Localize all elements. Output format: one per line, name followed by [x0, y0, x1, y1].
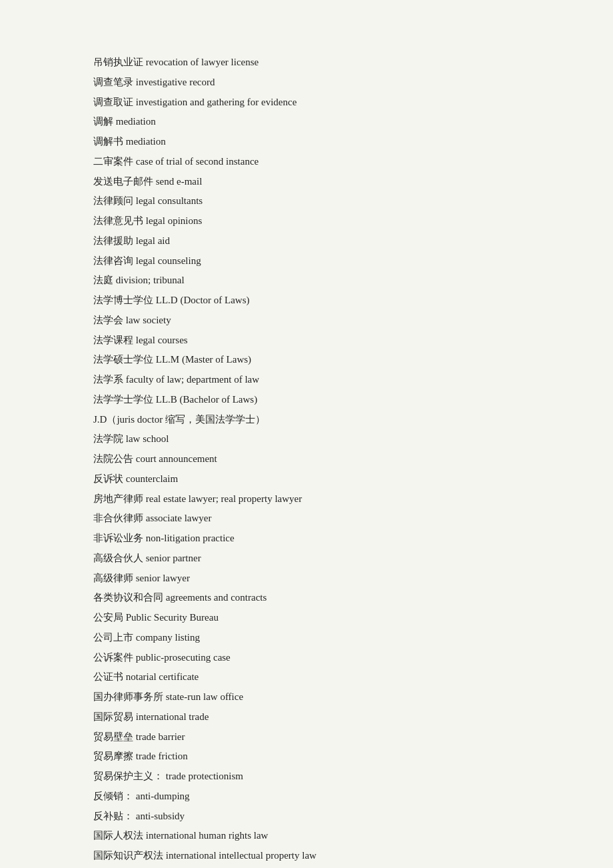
list-item: 法律意见书 legal opinions [93, 212, 520, 231]
chinese-term: 发送电子邮件 [93, 176, 153, 187]
chinese-term: 法庭 [93, 275, 113, 285]
english-term: associate lawyer [146, 513, 212, 523]
chinese-term: 非合伙律师 [93, 513, 143, 523]
chinese-term: 贸易摩擦 [93, 751, 133, 761]
list-item: 发送电子邮件 send e-mail [93, 173, 520, 191]
chinese-term: 法学会 [93, 315, 123, 325]
list-item: 贸易壁垒 trade barrier [93, 728, 520, 747]
english-term: state-run law office [166, 691, 243, 702]
list-item: 法学学士学位 LL.B (Bachelor of Laws) [93, 391, 520, 409]
english-term: mediation [116, 116, 156, 127]
list-item: 非诉讼业务 non-litigation practice [93, 529, 520, 548]
chinese-term: 公安局 [93, 612, 123, 623]
list-item: 调查取证 investigation and gathering for evi… [93, 93, 520, 112]
chinese-term: 法学课程 [93, 335, 133, 345]
chinese-term: 法律顾问 [93, 195, 133, 206]
english-term: legal aid [136, 235, 170, 246]
english-term: international trade [136, 711, 209, 722]
chinese-term: 法律意见书 [93, 215, 143, 226]
english-term: senior partner [146, 553, 201, 563]
english-term: investigative record [136, 77, 215, 87]
english-term: trade protectionism [166, 771, 243, 781]
english-term: trade friction [136, 751, 188, 761]
list-item: 国际人权法 international human rights law [93, 827, 520, 845]
chinese-term: 法学学士学位 [93, 394, 153, 405]
list-item: 法院公告 court announcement [93, 450, 520, 469]
chinese-term: 法律咨询 [93, 255, 133, 266]
list-item: 国际知识产权法 international intellectual prope… [93, 847, 520, 865]
chinese-term: 反倾销： [93, 791, 133, 801]
chinese-term: 高级合伙人 [93, 553, 143, 563]
english-term: agreements and contracts [166, 592, 267, 603]
english-term: Public Security Bureau [126, 612, 219, 623]
list-item: 调解书 mediation [93, 133, 520, 151]
list-item: J.D（juris doctor 缩写，美国法学学士） [93, 411, 520, 429]
list-item: 各类协议和合同 agreements and contracts [93, 589, 520, 607]
english-term: legal consultants [136, 195, 203, 206]
list-item: 公安局 Public Security Bureau [93, 609, 520, 627]
chinese-term: 调查取证 [93, 97, 133, 107]
chinese-term: 贸易壁垒 [93, 731, 133, 742]
chinese-term: 吊销执业证 [93, 57, 143, 67]
english-term: court announcement [136, 453, 217, 464]
list-item: 反诉状 counterclaim [93, 470, 520, 489]
list-item: 公证书 notarial certificate [93, 668, 520, 687]
chinese-term: 非诉讼业务 [93, 533, 143, 543]
english-term: division; tribunal [116, 275, 185, 285]
chinese-term: 法学硕士学位 [93, 354, 153, 365]
english-term: faculty of law; department of law [126, 374, 259, 385]
english-term: anti-subsidy [136, 811, 185, 821]
english-term: non-litigation practice [146, 533, 235, 543]
list-item: 法律咨询 legal counseling [93, 252, 520, 271]
english-term: international intellectual property law [166, 850, 316, 861]
chinese-term: 法学院 [93, 433, 123, 444]
chinese-term: 法院公告 [93, 453, 133, 464]
list-item: 法律援助 legal aid [93, 232, 520, 251]
english-term: company listing [136, 632, 200, 643]
chinese-term: 高级律师 [93, 573, 133, 583]
chinese-term: 法学博士学位 [93, 295, 153, 305]
list-item: 法学课程 legal courses [93, 331, 520, 350]
chinese-term: 反补贴： [93, 811, 133, 821]
list-item: 调解 mediation [93, 113, 520, 131]
english-term: international human rights law [146, 830, 269, 841]
list-item: 房地产律师 real estate lawyer; real property … [93, 490, 520, 509]
chinese-term: 法学系 [93, 374, 123, 385]
chinese-term: 调解 [93, 116, 113, 127]
english-term: legal courses [136, 335, 188, 345]
chinese-term: J.D（juris doctor 缩写，美国法学学士） [93, 414, 265, 425]
chinese-term: 调解书 [93, 136, 123, 147]
english-term: LL.B (Bachelor of Laws) [156, 394, 257, 405]
list-item: 国际贸易 international trade [93, 708, 520, 727]
list-item: 公司上市 company listing [93, 629, 520, 647]
chinese-term: 国办律师事务所 [93, 691, 163, 702]
english-term: mediation [126, 136, 166, 147]
list-item: 法学院 law school [93, 430, 520, 449]
list-item: 二审案件 case of trial of second instance [93, 153, 520, 171]
list-item: 法庭 division; tribunal [93, 271, 520, 290]
english-term: legal counseling [136, 255, 201, 266]
list-item: 非合伙律师 associate lawyer [93, 509, 520, 528]
english-term: case of trial of second instance [136, 156, 259, 167]
list-item: 法学硕士学位 LL.M (Master of Laws) [93, 351, 520, 369]
english-term: anti-dumping [136, 791, 190, 801]
list-item: 高级合伙人 senior partner [93, 549, 520, 568]
list-item: 反补贴： anti-subsidy [93, 807, 520, 826]
english-term: counterclaim [126, 473, 178, 484]
chinese-term: 调查笔录 [93, 77, 133, 87]
list-item: 贸易摩擦 trade friction [93, 747, 520, 766]
english-term: trade barrier [136, 731, 185, 742]
english-term: law society [126, 315, 171, 325]
english-term: investigation and gathering for evidence [136, 97, 297, 107]
english-term: legal opinions [146, 215, 203, 226]
english-term: real estate lawyer; real property lawyer [146, 493, 302, 504]
chinese-term: 贸易保护主义： [93, 771, 163, 781]
list-item: 国办律师事务所 state-run law office [93, 688, 520, 707]
list-item: 调查笔录 investigative record [93, 73, 520, 92]
english-term: LL.M (Master of Laws) [156, 354, 251, 365]
chinese-term: 公诉案件 [93, 652, 133, 663]
english-term: law school [126, 433, 169, 444]
list-item: 法学会 law society [93, 311, 520, 330]
english-term: notarial certificate [126, 671, 199, 682]
chinese-term: 国际知识产权法 [93, 850, 163, 861]
